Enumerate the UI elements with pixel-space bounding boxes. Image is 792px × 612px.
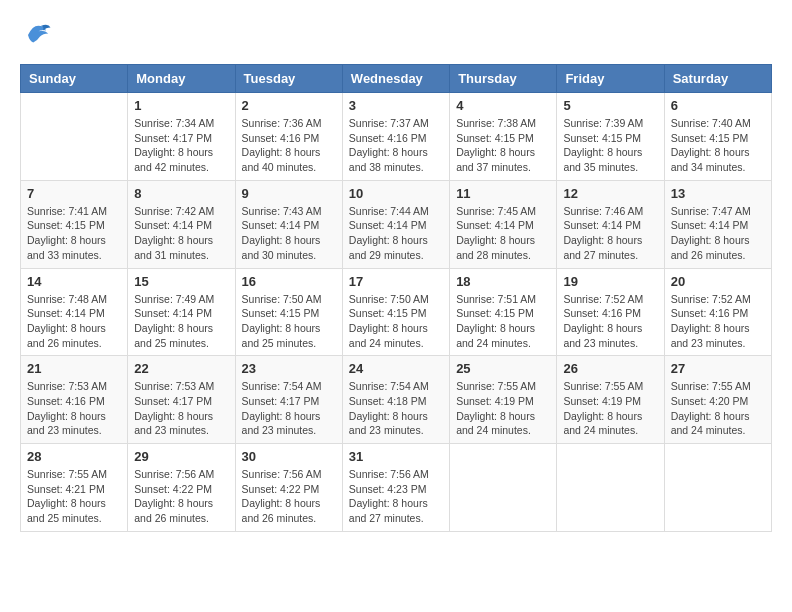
calendar-cell: 3Sunrise: 7:37 AM Sunset: 4:16 PM Daylig… [342,93,449,181]
day-number: 31 [349,449,443,464]
day-number: 7 [27,186,121,201]
calendar-cell: 18Sunrise: 7:51 AM Sunset: 4:15 PM Dayli… [450,268,557,356]
day-number: 17 [349,274,443,289]
day-number: 22 [134,361,228,376]
day-number: 11 [456,186,550,201]
day-info: Sunrise: 7:51 AM Sunset: 4:15 PM Dayligh… [456,292,550,351]
day-info: Sunrise: 7:53 AM Sunset: 4:17 PM Dayligh… [134,379,228,438]
weekday-header: Thursday [450,65,557,93]
logo [20,20,52,54]
calendar-cell: 19Sunrise: 7:52 AM Sunset: 4:16 PM Dayli… [557,268,664,356]
calendar-table: SundayMondayTuesdayWednesdayThursdayFrid… [20,64,772,532]
calendar-cell: 10Sunrise: 7:44 AM Sunset: 4:14 PM Dayli… [342,180,449,268]
day-number: 25 [456,361,550,376]
day-number: 13 [671,186,765,201]
day-info: Sunrise: 7:53 AM Sunset: 4:16 PM Dayligh… [27,379,121,438]
calendar-cell: 16Sunrise: 7:50 AM Sunset: 4:15 PM Dayli… [235,268,342,356]
calendar-cell: 12Sunrise: 7:46 AM Sunset: 4:14 PM Dayli… [557,180,664,268]
calendar-cell: 4Sunrise: 7:38 AM Sunset: 4:15 PM Daylig… [450,93,557,181]
day-info: Sunrise: 7:47 AM Sunset: 4:14 PM Dayligh… [671,204,765,263]
calendar-cell: 2Sunrise: 7:36 AM Sunset: 4:16 PM Daylig… [235,93,342,181]
day-info: Sunrise: 7:55 AM Sunset: 4:21 PM Dayligh… [27,467,121,526]
day-info: Sunrise: 7:37 AM Sunset: 4:16 PM Dayligh… [349,116,443,175]
calendar-cell: 21Sunrise: 7:53 AM Sunset: 4:16 PM Dayli… [21,356,128,444]
logo-icon [22,20,52,50]
day-info: Sunrise: 7:50 AM Sunset: 4:15 PM Dayligh… [242,292,336,351]
day-number: 4 [456,98,550,113]
day-number: 20 [671,274,765,289]
calendar-cell: 8Sunrise: 7:42 AM Sunset: 4:14 PM Daylig… [128,180,235,268]
calendar-cell [557,444,664,532]
calendar-cell: 26Sunrise: 7:55 AM Sunset: 4:19 PM Dayli… [557,356,664,444]
day-number: 2 [242,98,336,113]
day-number: 6 [671,98,765,113]
calendar-week-row: 28Sunrise: 7:55 AM Sunset: 4:21 PM Dayli… [21,444,772,532]
day-number: 19 [563,274,657,289]
day-number: 29 [134,449,228,464]
calendar-cell: 23Sunrise: 7:54 AM Sunset: 4:17 PM Dayli… [235,356,342,444]
day-number: 24 [349,361,443,376]
day-number: 1 [134,98,228,113]
day-number: 21 [27,361,121,376]
day-info: Sunrise: 7:41 AM Sunset: 4:15 PM Dayligh… [27,204,121,263]
day-number: 5 [563,98,657,113]
day-number: 8 [134,186,228,201]
weekday-header: Monday [128,65,235,93]
day-info: Sunrise: 7:43 AM Sunset: 4:14 PM Dayligh… [242,204,336,263]
calendar-header-row: SundayMondayTuesdayWednesdayThursdayFrid… [21,65,772,93]
calendar-cell: 11Sunrise: 7:45 AM Sunset: 4:14 PM Dayli… [450,180,557,268]
calendar-cell: 20Sunrise: 7:52 AM Sunset: 4:16 PM Dayli… [664,268,771,356]
weekday-header: Friday [557,65,664,93]
day-info: Sunrise: 7:56 AM Sunset: 4:22 PM Dayligh… [134,467,228,526]
day-number: 18 [456,274,550,289]
day-info: Sunrise: 7:39 AM Sunset: 4:15 PM Dayligh… [563,116,657,175]
calendar-week-row: 14Sunrise: 7:48 AM Sunset: 4:14 PM Dayli… [21,268,772,356]
page-header [20,20,772,54]
day-number: 9 [242,186,336,201]
day-number: 27 [671,361,765,376]
calendar-cell [664,444,771,532]
calendar-cell: 30Sunrise: 7:56 AM Sunset: 4:22 PM Dayli… [235,444,342,532]
day-info: Sunrise: 7:38 AM Sunset: 4:15 PM Dayligh… [456,116,550,175]
day-number: 30 [242,449,336,464]
calendar-cell: 14Sunrise: 7:48 AM Sunset: 4:14 PM Dayli… [21,268,128,356]
calendar-cell: 31Sunrise: 7:56 AM Sunset: 4:23 PM Dayli… [342,444,449,532]
day-number: 23 [242,361,336,376]
calendar-week-row: 7Sunrise: 7:41 AM Sunset: 4:15 PM Daylig… [21,180,772,268]
day-info: Sunrise: 7:36 AM Sunset: 4:16 PM Dayligh… [242,116,336,175]
day-info: Sunrise: 7:56 AM Sunset: 4:22 PM Dayligh… [242,467,336,526]
day-info: Sunrise: 7:49 AM Sunset: 4:14 PM Dayligh… [134,292,228,351]
day-info: Sunrise: 7:40 AM Sunset: 4:15 PM Dayligh… [671,116,765,175]
calendar-cell: 6Sunrise: 7:40 AM Sunset: 4:15 PM Daylig… [664,93,771,181]
weekday-header: Wednesday [342,65,449,93]
calendar-cell: 24Sunrise: 7:54 AM Sunset: 4:18 PM Dayli… [342,356,449,444]
calendar-cell: 15Sunrise: 7:49 AM Sunset: 4:14 PM Dayli… [128,268,235,356]
calendar-cell: 27Sunrise: 7:55 AM Sunset: 4:20 PM Dayli… [664,356,771,444]
weekday-header: Sunday [21,65,128,93]
day-number: 12 [563,186,657,201]
day-info: Sunrise: 7:52 AM Sunset: 4:16 PM Dayligh… [563,292,657,351]
calendar-cell: 5Sunrise: 7:39 AM Sunset: 4:15 PM Daylig… [557,93,664,181]
calendar-cell: 22Sunrise: 7:53 AM Sunset: 4:17 PM Dayli… [128,356,235,444]
day-number: 16 [242,274,336,289]
day-info: Sunrise: 7:48 AM Sunset: 4:14 PM Dayligh… [27,292,121,351]
day-info: Sunrise: 7:55 AM Sunset: 4:19 PM Dayligh… [456,379,550,438]
day-info: Sunrise: 7:34 AM Sunset: 4:17 PM Dayligh… [134,116,228,175]
day-info: Sunrise: 7:54 AM Sunset: 4:18 PM Dayligh… [349,379,443,438]
day-number: 14 [27,274,121,289]
calendar-cell: 25Sunrise: 7:55 AM Sunset: 4:19 PM Dayli… [450,356,557,444]
calendar-cell [21,93,128,181]
calendar-cell: 28Sunrise: 7:55 AM Sunset: 4:21 PM Dayli… [21,444,128,532]
day-info: Sunrise: 7:44 AM Sunset: 4:14 PM Dayligh… [349,204,443,263]
day-info: Sunrise: 7:52 AM Sunset: 4:16 PM Dayligh… [671,292,765,351]
calendar-cell: 7Sunrise: 7:41 AM Sunset: 4:15 PM Daylig… [21,180,128,268]
calendar-cell: 13Sunrise: 7:47 AM Sunset: 4:14 PM Dayli… [664,180,771,268]
day-info: Sunrise: 7:50 AM Sunset: 4:15 PM Dayligh… [349,292,443,351]
day-info: Sunrise: 7:46 AM Sunset: 4:14 PM Dayligh… [563,204,657,263]
calendar-cell: 17Sunrise: 7:50 AM Sunset: 4:15 PM Dayli… [342,268,449,356]
calendar-cell: 29Sunrise: 7:56 AM Sunset: 4:22 PM Dayli… [128,444,235,532]
weekday-header: Tuesday [235,65,342,93]
calendar-cell: 9Sunrise: 7:43 AM Sunset: 4:14 PM Daylig… [235,180,342,268]
day-number: 3 [349,98,443,113]
weekday-header: Saturday [664,65,771,93]
